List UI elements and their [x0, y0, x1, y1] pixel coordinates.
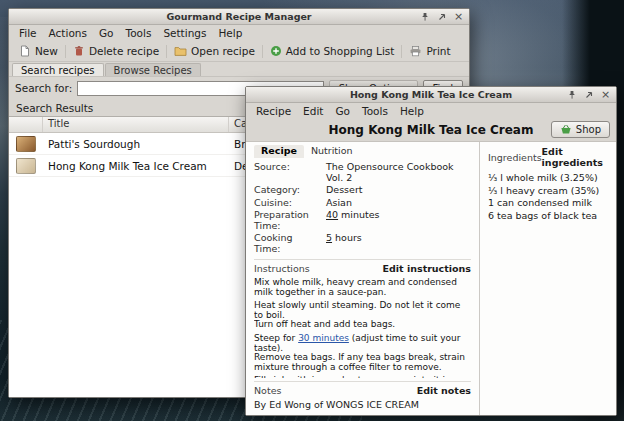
menu-go[interactable]: Go	[329, 104, 356, 118]
ingredients-list: ⅓ l whole milk (3.25%) ⅓ l heavy cream (…	[488, 172, 608, 222]
ingredient-item[interactable]: ⅓ l whole milk (3.25%)	[488, 172, 608, 185]
menu-edit[interactable]: Edit	[297, 104, 329, 118]
instructions-text: Mix whole milk, heavy cream and condense…	[254, 278, 471, 378]
search-for-label: Search for:	[15, 82, 72, 94]
instructions-header: Instructions Edit instructions	[254, 259, 471, 274]
category-value[interactable]: Dessert	[326, 185, 471, 196]
ingredients-label: Ingredients	[488, 152, 542, 163]
prep-time-label: Preparation Time:	[254, 210, 320, 231]
trash-icon	[73, 45, 85, 57]
edit-notes-button[interactable]: Edit notes	[417, 385, 471, 396]
prep-time-value: 40 minutes	[326, 210, 471, 231]
basket-icon	[560, 124, 572, 135]
window-controls: ×	[566, 87, 611, 102]
cook-time-value: 5 hours	[326, 233, 471, 254]
thumbnail-cell	[9, 158, 43, 174]
printer-icon	[409, 45, 422, 57]
recipe-title: Hong Kong Milk Tea Ice Cream	[329, 123, 534, 137]
pin-icon[interactable]	[566, 89, 577, 101]
browser-tabs: Search recipes Browse Recipes	[9, 62, 469, 77]
recipe-title-cell: Patti's Sourdough	[43, 138, 229, 150]
notes-text: By Ed Wong of WONGS ICE CREAM	[254, 396, 471, 411]
menubar: Recipe Edit Go Tools Help	[246, 103, 616, 119]
new-icon	[19, 45, 31, 57]
toolbar-separator	[401, 45, 402, 58]
print-button[interactable]: Print	[403, 43, 456, 59]
window-title: Gourmand Recipe Manager	[9, 11, 469, 22]
tab-nutrition[interactable]: Nutrition	[304, 145, 360, 158]
cuisine-value[interactable]: Asian	[326, 198, 471, 209]
thumbnail-cell	[9, 136, 43, 152]
source-value[interactable]: The Opensource Cookbook Vol. 2	[326, 162, 471, 183]
menu-settings[interactable]: Settings	[157, 26, 212, 40]
ingredient-item[interactable]: 6 tea bags of black tea	[488, 210, 608, 223]
ingredients-header: Ingredients Edit ingredients	[488, 145, 608, 168]
notes-label: Notes	[254, 385, 281, 396]
menu-go[interactable]: Go	[93, 26, 120, 40]
menu-file[interactable]: File	[13, 26, 43, 40]
source-label: Source:	[254, 162, 320, 183]
edit-ingredients-button[interactable]: Edit ingredients	[542, 146, 608, 168]
recipe-thumbnail	[16, 158, 36, 174]
cook-time-label: Cooking Time:	[254, 233, 320, 254]
toolbar: New Delete recipe Open recipe	[9, 41, 469, 62]
recipe-thumbnail	[16, 136, 36, 152]
recipe-card-window: Hong Kong Milk Tea Ice Cream × Recipe Ed…	[245, 86, 617, 416]
recipe-heading-row: Hong Kong Milk Tea Ice Cream Shop	[246, 119, 616, 141]
desktop: Gourmand Recipe Manager × File Actions G…	[0, 0, 624, 421]
close-icon[interactable]: ×	[453, 11, 464, 23]
ingredients-pane: Ingredients Edit ingredients ⅓ l whole m…	[479, 142, 616, 415]
titlebar[interactable]: Hong Kong Milk Tea Ice Cream ×	[246, 87, 616, 103]
cuisine-label: Cuisine:	[254, 198, 320, 209]
notes-header: Notes Edit notes	[254, 381, 471, 396]
titlebar[interactable]: Gourmand Recipe Manager ×	[9, 9, 469, 25]
recipe-title-cell: Hong Kong Milk Tea Ice Cream	[43, 160, 229, 172]
instruction-paragraph: Heat slowly until steaming. Do not let i…	[254, 301, 471, 330]
toolbar-separator	[262, 45, 263, 58]
recipe-attributes: Source: The Opensource Cookbook Vol. 2 C…	[254, 162, 471, 254]
column-header-image[interactable]	[9, 117, 43, 132]
menu-help[interactable]: Help	[212, 26, 248, 40]
ingredient-item[interactable]: 1 can condensed milk	[488, 197, 608, 210]
menu-tools[interactable]: Tools	[356, 104, 394, 118]
toolbar-separator	[166, 45, 167, 58]
instructions-label: Instructions	[254, 263, 310, 274]
folder-icon	[174, 45, 187, 57]
recipe-details-pane: Recipe Nutrition Source: The Opensource …	[246, 142, 479, 415]
instruction-paragraph: Mix whole milk, heavy cream and condense…	[254, 278, 471, 297]
tab-browse-recipes[interactable]: Browse Recipes	[105, 63, 201, 76]
menubar: File Actions Go Tools Settings Help	[9, 25, 469, 41]
window-controls: ×	[419, 9, 464, 24]
column-header-title[interactable]: Title	[43, 117, 229, 132]
shop-button[interactable]: Shop	[551, 121, 610, 138]
menu-tools[interactable]: Tools	[120, 26, 158, 40]
ingredient-item[interactable]: ⅓ l heavy cream (35%)	[488, 185, 608, 198]
add-to-shopping-list-button[interactable]: Add to Shopping List	[264, 43, 401, 59]
steep-time-link[interactable]: 30 minutes	[298, 333, 349, 343]
maximize-icon[interactable]	[436, 11, 447, 23]
recipe-card-tabs: Recipe Nutrition	[254, 145, 471, 158]
instruction-paragraph: Fill sink with ice and set sauce-pan int…	[254, 376, 471, 378]
delete-recipe-button[interactable]: Delete recipe	[67, 43, 165, 59]
tab-search-recipes[interactable]: Search recipes	[12, 63, 104, 76]
menu-recipe[interactable]: Recipe	[250, 104, 297, 118]
tab-recipe[interactable]: Recipe	[254, 145, 304, 158]
window-title: Hong Kong Milk Tea Ice Cream	[246, 89, 616, 100]
instruction-paragraph: Steep for 30 minutes (adjust time to sui…	[254, 334, 471, 372]
pin-icon[interactable]	[419, 11, 430, 23]
new-button[interactable]: New	[13, 43, 64, 59]
open-recipe-button[interactable]: Open recipe	[168, 43, 261, 59]
recipe-card-content: Recipe Nutrition Source: The Opensource …	[246, 141, 616, 415]
maximize-icon[interactable]	[583, 89, 594, 101]
close-icon[interactable]: ×	[600, 89, 611, 101]
menu-help[interactable]: Help	[394, 104, 430, 118]
category-label: Category:	[254, 185, 320, 196]
edit-instructions-button[interactable]: Edit instructions	[383, 263, 471, 274]
add-plus-icon	[270, 45, 282, 57]
menu-actions[interactable]: Actions	[43, 26, 93, 40]
toolbar-separator	[65, 45, 66, 58]
